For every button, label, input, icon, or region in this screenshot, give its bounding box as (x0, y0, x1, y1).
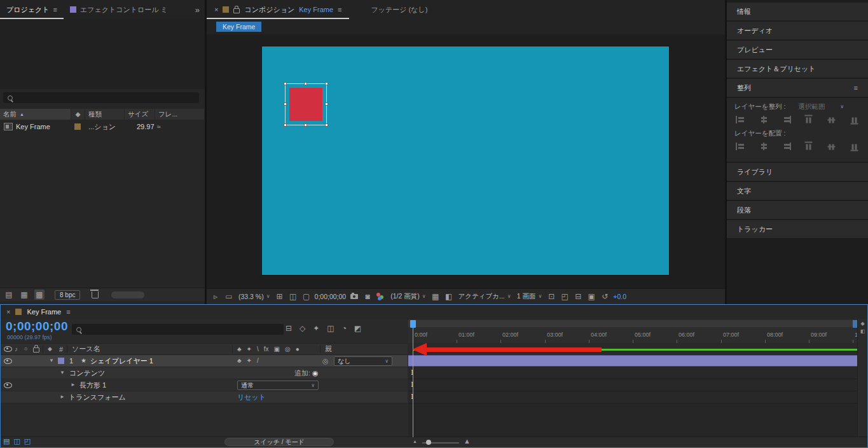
panel-menu-icon[interactable]: ≡ (66, 309, 70, 316)
timeline-current-time[interactable]: 0;00;00;00 (6, 319, 68, 333)
align-top-icon[interactable] (805, 115, 813, 125)
column-name[interactable]: 名前 ▲ (0, 109, 71, 120)
video-column-icon[interactable] (4, 344, 12, 354)
panel-header-effects-presets[interactable]: エフェクト＆プリセット (727, 60, 868, 78)
close-icon[interactable]: × (6, 309, 10, 316)
work-area-bar[interactable] (408, 320, 858, 327)
playhead-handle[interactable] (410, 320, 416, 328)
comp-flowchart-icon[interactable]: ▣ (586, 291, 596, 302)
shape-selection-box[interactable] (285, 83, 327, 125)
selection-handle[interactable] (304, 123, 307, 127)
close-icon[interactable]: × (214, 6, 218, 13)
rectangle-visibility-toggle[interactable] (4, 379, 12, 391)
layer-quality-switch[interactable]: ♣ (237, 358, 242, 364)
panel-header-character[interactable]: 文字 (727, 182, 868, 200)
layer-row-shape-layer-1[interactable]: ▼ 1 ★ シェイプレイヤー 1 ♣ ✦ / ◎ なし ∨ (1, 355, 408, 367)
panel-header-preview[interactable]: プレビュー (727, 41, 868, 59)
layer-duration-bar[interactable] (408, 355, 858, 367)
contents-label[interactable]: コンテンツ (69, 367, 105, 379)
trash-icon[interactable] (92, 291, 99, 298)
comp-button-icon[interactable]: ◧ (858, 329, 867, 334)
distribute-left-icon[interactable] (805, 142, 813, 151)
contents-track-row[interactable]: I (408, 367, 858, 379)
selection-handle[interactable] (325, 123, 328, 127)
transform-reset-link[interactable]: リセット (237, 391, 266, 403)
panel-menu-icon[interactable]: ≡ (338, 6, 341, 13)
transform-group-row[interactable]: ► トランスフォーム リセット (1, 391, 408, 403)
label-column-icon[interactable]: ◆ (48, 344, 52, 354)
distribute-hcenter-icon[interactable] (828, 142, 836, 151)
align-vcenter-icon[interactable] (828, 115, 836, 125)
always-preview-icon[interactable]: ▹ (210, 291, 221, 302)
resolution-select[interactable]: (1/2 画質) ∨ (389, 292, 427, 301)
zoom-in-mountain-icon[interactable]: ▲ (464, 438, 471, 445)
parent-column[interactable]: 親 (325, 344, 332, 354)
label-color-swatch[interactable] (74, 123, 81, 130)
transform-label[interactable]: トランスフォーム (69, 391, 126, 403)
frame-blending-icon[interactable]: ◫ (327, 325, 334, 332)
comp-marker-button[interactable]: ◆ (858, 321, 867, 326)
selection-handle[interactable] (284, 123, 287, 127)
selection-handle[interactable] (284, 82, 287, 85)
zoom-out-mountain-icon[interactable]: ▲ (413, 439, 417, 444)
composition-canvas[interactable] (262, 46, 669, 275)
viewer-tab-keyframe[interactable]: Key Frame (216, 22, 261, 32)
zoom-select[interactable]: (33.3 %) ∨ (237, 293, 272, 300)
column-framerate[interactable]: フレ... (155, 109, 205, 120)
reset-exposure-icon[interactable]: ↺ (600, 291, 610, 302)
sw-shy-icon[interactable]: ♣ (237, 346, 242, 353)
sw-fx-icon[interactable]: fx (264, 346, 269, 353)
toggle-inout-pane-icon[interactable]: ◰ (24, 438, 31, 445)
project-search-input[interactable] (3, 92, 199, 103)
snapshot-button[interactable] (349, 291, 359, 302)
selection-handle[interactable] (304, 82, 307, 85)
timeline-button-icon[interactable]: ⊟ (573, 291, 583, 302)
comp-mini-flowchart-icon[interactable]: ⊟ (286, 325, 292, 332)
sw-quality-icon[interactable]: \ (257, 346, 259, 353)
selection-handle[interactable] (325, 102, 328, 106)
layer-name[interactable]: シェイプレイヤー 1 (90, 355, 153, 367)
mask-visibility-icon[interactable]: ◫ (288, 291, 298, 302)
distribute-bottom-icon[interactable] (782, 143, 791, 150)
interpret-footage-icon[interactable]: ▤ (4, 290, 14, 300)
rectangle-track-row[interactable]: I (408, 379, 858, 391)
solo-column-icon[interactable]: ○ (24, 344, 27, 354)
panel-menu-icon[interactable]: ≡ (854, 85, 858, 92)
layer-antialias-switch[interactable]: / (257, 358, 259, 364)
timeline-zoom-knob[interactable] (426, 440, 431, 445)
column-label-color[interactable]: ◆ (71, 109, 85, 120)
panel-header-align[interactable]: 整列 ≡ (727, 79, 868, 97)
blend-mode-select[interactable]: 通常 ∨ (237, 381, 319, 390)
sw-collapse-icon[interactable]: ✦ (247, 346, 252, 353)
transparency-grid-icon[interactable]: ▦ (431, 291, 441, 302)
align-right-icon[interactable] (782, 116, 791, 123)
grid-guides-icon[interactable]: ⊞ (275, 291, 285, 302)
align-layers-select[interactable]: 選択範囲 ∨ (798, 102, 844, 111)
selection-handle[interactable] (284, 102, 287, 106)
rectangle-label[interactable]: 長方形 1 (79, 379, 106, 391)
preview-window-icon[interactable]: ◧ (444, 291, 454, 302)
current-time-display[interactable]: 0;00;00;00 (315, 293, 347, 300)
toggle-av-pane-icon[interactable]: ▤ (3, 438, 10, 445)
rectangle-twirl-icon[interactable]: ► (71, 379, 76, 391)
layer-collapse-switch[interactable]: ✦ (247, 358, 252, 364)
region-of-interest-icon[interactable]: ▢ (301, 291, 312, 302)
panel-header-libraries[interactable]: ライブラリ (727, 163, 868, 181)
parent-pickwhip-icon[interactable]: ◎ (322, 355, 329, 367)
new-folder-icon[interactable]: ▦ (19, 290, 29, 300)
motion-blur-icon[interactable]: ◔ (342, 325, 347, 332)
distribute-top-icon[interactable] (736, 143, 745, 150)
playhead-line[interactable] (413, 328, 413, 437)
panel-menu-icon[interactable]: ≡ (53, 6, 57, 13)
rectangle-group-row[interactable]: ► 長方形 1 通常 ∨ (1, 379, 408, 391)
selection-handle[interactable] (325, 82, 328, 85)
show-snapshot-icon[interactable]: ◙ (362, 291, 373, 302)
panel-header-paragraph[interactable]: 段落 (727, 201, 868, 219)
time-ruler[interactable]: 0:00f 01:00f 02:00f 03:00f 04:00f 05:00f… (408, 319, 858, 344)
red-rectangle-shape[interactable] (289, 88, 322, 121)
panel-header-audio[interactable]: オーディオ (727, 22, 868, 39)
contents-twirl-icon[interactable]: ▼ (60, 367, 65, 379)
layer-twirl-icon[interactable]: ▼ (49, 355, 54, 367)
tab-composition[interactable]: × コンポジション Key Frame ≡ (207, 0, 349, 19)
layer-number-column[interactable]: # (59, 344, 63, 354)
